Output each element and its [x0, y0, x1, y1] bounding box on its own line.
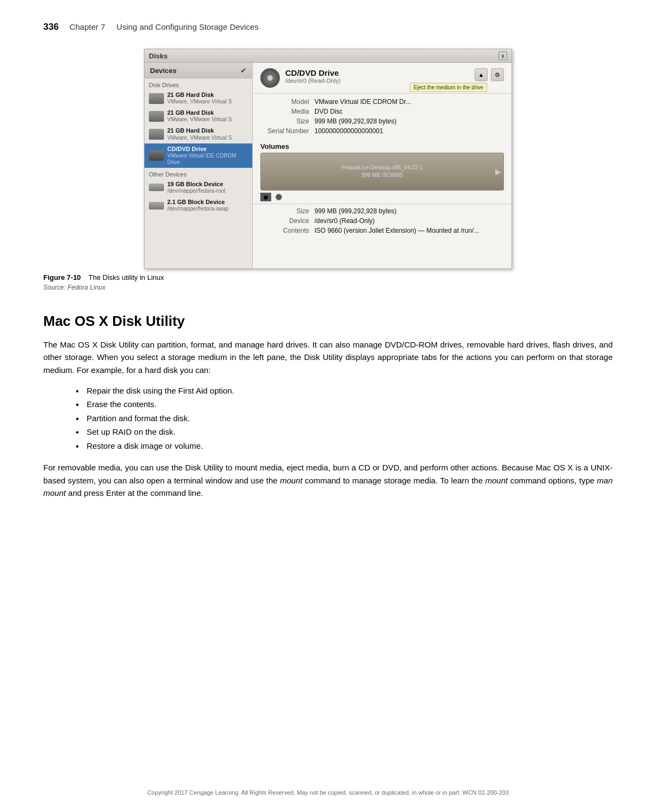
- device-text-cdrom: CD/DVD Drive VMware Virtual IDE CDROM Dr…: [167, 146, 248, 166]
- details-fields: Model VMware Virtual IDE CDROM Dr... Med…: [253, 94, 511, 139]
- device-text-block-1: 19 GB Block Device /dev/mapper/fedora-ro…: [167, 181, 225, 194]
- page-footer: Copyright 2017 Cengage Learning. All Rig…: [0, 789, 656, 796]
- device-name-1: 21 GB Hard Disk: [167, 91, 232, 99]
- model-label: Model: [260, 98, 309, 106]
- device-text-3: 21 GB Hard Disk VMware, VMware Virtual S: [167, 127, 232, 141]
- size-row: Size 999 MB (999,292,928 bytes): [260, 116, 504, 126]
- drive-header: CD/DVD Drive /dev/sr0 (Read-Only) ▲ Ejec…: [260, 68, 504, 88]
- volume-controls: ■: [253, 191, 511, 204]
- vol-contents-value: ISO 9660 (version Joliet Extension) — Mo…: [314, 227, 479, 234]
- device-block-1[interactable]: 19 GB Block Device /dev/mapper/fedora-ro…: [145, 179, 252, 197]
- figure-caption-text: The Disks utility in Linux: [89, 273, 164, 281]
- drive-disc-icon: [260, 68, 280, 88]
- media-value: DVD Disc: [314, 108, 343, 115]
- device-cdrom[interactable]: CD/DVD Drive VMware Virtual IDE CDROM Dr…: [145, 143, 252, 168]
- model-value: VMware Virtual IDE CDROM Dr...: [314, 98, 411, 106]
- bullet-item-5: Restore a disk image or volume.: [76, 439, 613, 453]
- eject-tooltip: Eject the medium in the drive: [410, 83, 487, 92]
- other-devices-section: Other Devices: [145, 168, 252, 179]
- devices-panel: Devices ✔ Disk Drives 21 GB Hard Disk VM…: [145, 63, 253, 269]
- paragraph-1: The Mac OS X Disk Utility can partition,…: [43, 338, 613, 376]
- device-text-1: 21 GB Hard Disk VMware, VMware Virtual S: [167, 91, 232, 105]
- size-value: 999 MB (999,292,928 bytes): [314, 117, 396, 125]
- details-top: CD/DVD Drive /dev/sr0 (Read-Only) ▲ Ejec…: [253, 63, 511, 94]
- page-header: 336 Chapter 7 Using and Configuring Stor…: [43, 22, 613, 32]
- eject-button[interactable]: ▲ Eject the medium in the drive: [475, 68, 488, 81]
- footer-text: Copyright 2017 Cengage Learning. All Rig…: [147, 789, 509, 796]
- volume-visual: FedoraLive-Desktop-x86_64-22-1 999 MB IS…: [260, 153, 504, 191]
- device-name-block-1: 19 GB Block Device: [167, 181, 225, 188]
- disks-window-title: Disks: [149, 52, 168, 60]
- vol-size-value: 999 MB (999,292,928 bytes): [314, 207, 396, 215]
- drive-info: CD/DVD Drive /dev/sr0 (Read-Only): [260, 68, 340, 88]
- hdd-icon-1: [149, 93, 164, 104]
- size-label: Size: [260, 117, 309, 125]
- bullet-item-3: Partition and format the disk.: [76, 411, 613, 425]
- device-block-2[interactable]: 2.1 GB Block Device /dev/mapper/fedora-s…: [145, 197, 252, 214]
- volumes-label: Volumes: [253, 139, 511, 153]
- check-icon: ✔: [240, 66, 247, 75]
- vol-size-label: Size: [260, 207, 309, 215]
- cdrom-icon: [149, 150, 164, 161]
- device-name-block-2: 2.1 GB Block Device: [167, 199, 228, 206]
- device-hdd-1[interactable]: 21 GB Hard Disk VMware, VMware Virtual S: [145, 89, 252, 107]
- chapter-title: Chapter 7 Using and Configuring Storage …: [69, 22, 258, 31]
- bullet-list: Repair the disk using the First Aid opti…: [76, 384, 613, 453]
- device-text-2: 21 GB Hard Disk VMware, VMware Virtual S: [167, 109, 232, 123]
- vol-contents-label: Contents: [260, 227, 309, 234]
- device-sub-block-2: /dev/mapper/fedora-swap: [167, 206, 228, 212]
- vol-device-row: Device /dev/sr0 (Read-Only): [260, 216, 504, 226]
- block-icon-1: [149, 184, 164, 191]
- device-sub-3: VMware, VMware Virtual S: [167, 135, 232, 141]
- device-hdd-2[interactable]: 21 GB Hard Disk VMware, VMware Virtual S: [145, 107, 252, 125]
- vol-device-label: Device: [260, 217, 309, 225]
- devices-header: Devices ✔: [145, 63, 252, 78]
- drive-title: CD/DVD Drive: [285, 68, 340, 77]
- vol-size-row: Size 999 MB (999,292,928 bytes): [260, 206, 504, 216]
- drive-title-block: CD/DVD Drive /dev/sr0 (Read-Only): [285, 68, 340, 84]
- devices-label: Devices: [150, 67, 176, 75]
- disks-titlebar: Disks x: [145, 49, 511, 63]
- media-row: Media DVD Disc: [260, 107, 504, 116]
- device-hdd-3[interactable]: 21 GB Hard Disk VMware, VMware Virtual S: [145, 125, 252, 143]
- paragraph-2: For removable media, you can use the Dis…: [43, 461, 613, 499]
- volume-label-text: FedoraLive-Desktop-x86_64-22-1 999 MB IS…: [342, 164, 423, 179]
- serial-label: Serial Number: [260, 127, 309, 135]
- hdd-icon-2: [149, 111, 164, 122]
- device-name-3: 21 GB Hard Disk: [167, 127, 232, 134]
- figure-source: Source: Fedora Linux: [43, 284, 106, 291]
- settings-button[interactable]: ⚙: [491, 68, 504, 81]
- disks-body: Devices ✔ Disk Drives 21 GB Hard Disk VM…: [145, 63, 511, 269]
- drive-actions: ▲ Eject the medium in the drive ⚙: [475, 68, 504, 81]
- device-sub-cdrom: VMware Virtual IDE CDROM Drive: [167, 153, 248, 166]
- volume-stop-button[interactable]: ■: [260, 193, 271, 201]
- vol-device-value: /dev/sr0 (Read-Only): [314, 217, 375, 225]
- disk-drives-section: Disk Drives: [145, 78, 252, 89]
- volume-arrow-icon: ▶: [495, 167, 501, 176]
- volume-config-icon[interactable]: [275, 194, 282, 200]
- device-text-block-2: 2.1 GB Block Device /dev/mapper/fedora-s…: [167, 199, 228, 212]
- media-label: Media: [260, 108, 309, 115]
- page-number: 336: [43, 22, 58, 32]
- figure-caption: Figure 7-10 The Disks utility in Linux: [43, 273, 164, 281]
- hdd-icon-3: [149, 129, 164, 140]
- drive-path: /dev/sr0 (Read-Only): [285, 77, 340, 84]
- details-panel: CD/DVD Drive /dev/sr0 (Read-Only) ▲ Ejec…: [253, 63, 511, 269]
- section-heading: Mac OS X Disk Utility: [43, 313, 613, 330]
- bullet-item-2: Erase the contents.: [76, 397, 613, 411]
- figure-caption-label: Figure 7-10: [43, 273, 81, 281]
- bullet-item-1: Repair the disk using the First Aid opti…: [76, 384, 613, 398]
- device-name-2: 21 GB Hard Disk: [167, 109, 232, 116]
- serial-row: Serial Number 1000000000000000001: [260, 126, 504, 136]
- volume-detail-rows: Size 999 MB (999,292,928 bytes) Device /…: [253, 204, 511, 238]
- device-sub-2: VMware, VMware Virtual S: [167, 116, 232, 123]
- disks-window: Disks x Devices ✔ Disk Drives 21 GB Hard…: [144, 49, 512, 269]
- close-button[interactable]: x: [498, 51, 507, 60]
- model-row: Model VMware Virtual IDE CDROM Dr...: [260, 97, 504, 107]
- device-sub-1: VMware, VMware Virtual S: [167, 99, 232, 105]
- vol-contents-row: Contents ISO 9660 (version Joliet Extens…: [260, 226, 504, 235]
- device-sub-block-1: /dev/mapper/fedora-root: [167, 188, 225, 194]
- figure-container: Disks x Devices ✔ Disk Drives 21 GB Hard…: [43, 49, 613, 291]
- serial-value: 1000000000000000001: [314, 127, 383, 135]
- block-icon-2: [149, 202, 164, 209]
